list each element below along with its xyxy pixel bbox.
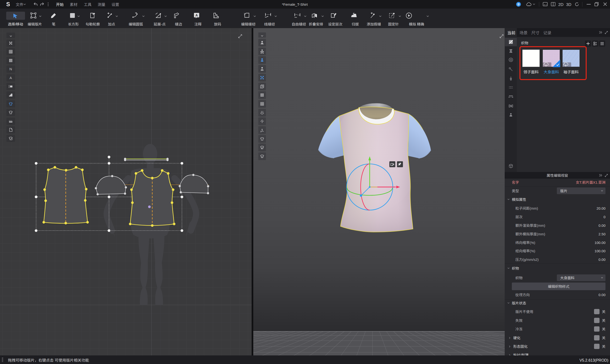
svg-text:A: A	[195, 13, 198, 17]
svg-text:N: N	[10, 67, 12, 71]
svg-text:A: A	[10, 76, 12, 80]
